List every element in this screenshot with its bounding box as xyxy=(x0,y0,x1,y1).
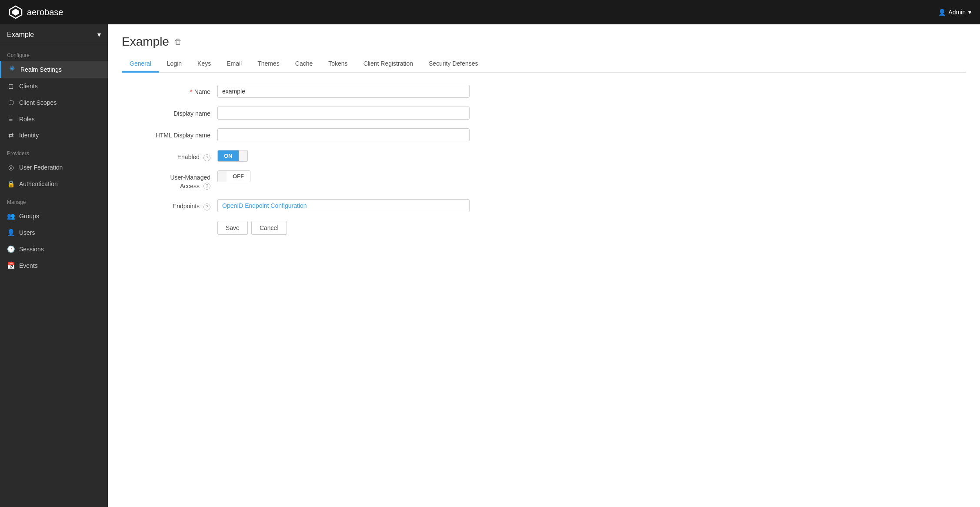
endpoints-link[interactable]: OpenID Endpoint Configuration xyxy=(217,199,470,212)
sidebar-item-events[interactable]: 📅 Events xyxy=(0,257,108,274)
name-label: *Name xyxy=(122,85,217,97)
tab-themes[interactable]: Themes xyxy=(250,56,287,73)
user-federation-icon: ◎ xyxy=(7,163,15,171)
sidebar-item-users[interactable]: 👤 Users xyxy=(0,224,108,241)
tab-general[interactable]: General xyxy=(122,56,159,73)
sidebar-item-label: User Federation xyxy=(19,164,63,171)
name-field-wrap xyxy=(217,85,470,98)
sidebar-item-label: Users xyxy=(19,229,35,236)
enabled-toggle-wrap: ON xyxy=(217,150,470,162)
section-configure-label: Configure xyxy=(0,45,108,61)
user-managed-toggle[interactable]: OFF xyxy=(217,170,250,182)
enabled-row: Enabled ? ON xyxy=(122,150,966,162)
user-managed-label: User-Managed Access ? xyxy=(122,170,217,190)
main-layout: Example ▾ Configure Realm Settings ◻ Cli… xyxy=(0,24,980,507)
roles-icon: ≡ xyxy=(7,115,15,123)
sidebar-item-label: Roles xyxy=(19,116,35,123)
tab-keys[interactable]: Keys xyxy=(190,56,219,73)
toggle-off-label: OFF xyxy=(227,171,250,182)
tab-security-defenses[interactable]: Security Defenses xyxy=(421,56,486,73)
sidebar-item-roles[interactable]: ≡ Roles xyxy=(0,111,108,127)
save-button[interactable]: Save xyxy=(217,221,248,235)
section-manage-label: Manage xyxy=(0,192,108,208)
sidebar: Example ▾ Configure Realm Settings ◻ Cli… xyxy=(0,24,108,507)
users-icon: 👤 xyxy=(7,229,15,237)
tab-client-registration[interactable]: Client Registration xyxy=(356,56,421,73)
general-form: *Name Display name HTML Display name xyxy=(108,73,980,247)
user-menu[interactable]: 👤 Admin ▾ xyxy=(938,9,971,16)
sidebar-item-label: Identity xyxy=(19,132,39,139)
sidebar-item-client-scopes[interactable]: ⬡ Client Scopes xyxy=(0,94,108,111)
brand-name: aerobase xyxy=(27,7,63,17)
content-area: Example 🗑 General Login Keys Email Theme… xyxy=(108,24,980,507)
brand: aerobase xyxy=(9,5,63,19)
name-input[interactable] xyxy=(217,85,470,98)
name-required: * xyxy=(190,88,192,95)
sidebar-item-clients[interactable]: ◻ Clients xyxy=(0,78,108,94)
cancel-button[interactable]: Cancel xyxy=(251,221,287,235)
sidebar-item-groups[interactable]: 👥 Groups xyxy=(0,208,108,224)
user-label: Admin xyxy=(948,9,966,16)
endpoints-row: Endpoints ? OpenID Endpoint Configuratio… xyxy=(122,199,966,212)
html-display-name-label: HTML Display name xyxy=(122,128,217,140)
realm-name: Example xyxy=(7,31,34,39)
display-name-field-wrap xyxy=(217,107,470,120)
user-icon: 👤 xyxy=(938,9,946,16)
sidebar-item-label: Events xyxy=(19,262,38,269)
identity-icon: ⇄ xyxy=(7,131,15,139)
tab-email[interactable]: Email xyxy=(219,56,250,73)
enabled-toggle[interactable]: ON xyxy=(217,150,248,162)
html-display-name-input[interactable] xyxy=(217,128,470,141)
endpoints-label: Endpoints ? xyxy=(122,199,217,211)
tab-login[interactable]: Login xyxy=(159,56,190,73)
groups-icon: 👥 xyxy=(7,212,15,220)
display-name-row: Display name xyxy=(122,107,966,120)
endpoints-help-icon[interactable]: ? xyxy=(203,203,210,210)
toggle-on-label: ON xyxy=(218,150,239,161)
enabled-help-icon[interactable]: ? xyxy=(203,154,210,161)
sidebar-item-identity[interactable]: ⇄ Identity xyxy=(0,127,108,143)
tab-cache[interactable]: Cache xyxy=(287,56,320,73)
enabled-label: Enabled ? xyxy=(122,150,217,162)
sidebar-item-label: Client Scopes xyxy=(19,99,57,106)
sidebar-item-label: Clients xyxy=(19,83,38,90)
html-display-name-row: HTML Display name xyxy=(122,128,966,141)
page-title: Example xyxy=(122,35,169,49)
sidebar-item-label: Realm Settings xyxy=(20,66,62,73)
section-providers-label: Providers xyxy=(0,143,108,159)
sidebar-item-authentication[interactable]: 🔒 Authentication xyxy=(0,176,108,192)
toggle-off-side xyxy=(239,150,247,161)
toggle-blank-side xyxy=(218,171,227,182)
realm-selector[interactable]: Example ▾ xyxy=(0,24,108,45)
user-managed-help-icon[interactable]: ? xyxy=(203,183,210,190)
form-actions: Save Cancel xyxy=(217,221,966,235)
sidebar-item-label: Authentication xyxy=(19,180,58,187)
name-row: *Name xyxy=(122,85,966,98)
tab-bar: General Login Keys Email Themes Cache To… xyxy=(122,56,966,73)
html-display-name-field-wrap xyxy=(217,128,470,141)
sidebar-item-label: Groups xyxy=(19,213,39,220)
user-managed-toggle-wrap: OFF xyxy=(217,170,470,182)
client-scopes-icon: ⬡ xyxy=(7,99,15,107)
display-name-input[interactable] xyxy=(217,107,470,120)
sessions-icon: 🕐 xyxy=(7,245,15,253)
realm-settings-icon xyxy=(8,65,16,73)
user-managed-row: User-Managed Access ? OFF xyxy=(122,170,966,190)
sidebar-item-realm-settings[interactable]: Realm Settings xyxy=(0,61,108,78)
endpoints-field-wrap: OpenID Endpoint Configuration xyxy=(217,199,470,212)
page-header: Example 🗑 xyxy=(108,24,980,49)
svg-marker-1 xyxy=(12,9,19,16)
sidebar-item-sessions[interactable]: 🕐 Sessions xyxy=(0,241,108,257)
clients-icon: ◻ xyxy=(7,82,15,90)
topnav: aerobase 👤 Admin ▾ xyxy=(0,0,980,24)
delete-realm-button[interactable]: 🗑 xyxy=(174,37,182,47)
sidebar-item-user-federation[interactable]: ◎ User Federation xyxy=(0,159,108,176)
display-name-label: Display name xyxy=(122,107,217,118)
realm-dropdown-icon: ▾ xyxy=(97,30,101,39)
events-icon: 📅 xyxy=(7,262,15,270)
sidebar-item-label: Sessions xyxy=(19,246,44,253)
logo-icon xyxy=(9,5,23,19)
authentication-icon: 🔒 xyxy=(7,180,15,188)
user-dropdown-icon: ▾ xyxy=(968,9,971,16)
tab-tokens[interactable]: Tokens xyxy=(320,56,355,73)
